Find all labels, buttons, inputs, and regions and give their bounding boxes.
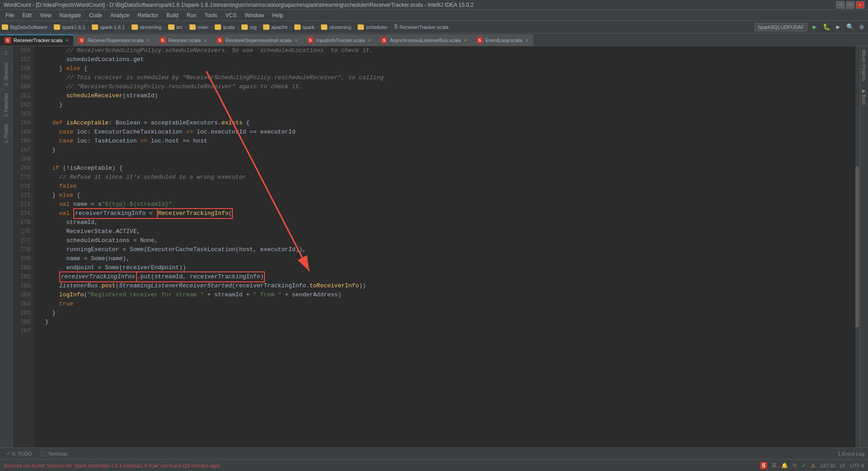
breadcrumb-scala[interactable]: scala <box>223 24 235 30</box>
tab-close-4[interactable]: ✕ <box>294 38 298 43</box>
menu-bar: File Edit View Navigate Code Analyze Ref… <box>0 10 868 21</box>
code-line-273: val name = s"${typ}-${streamId}" <box>38 200 855 209</box>
breadcrumb-org[interactable]: org <box>250 24 257 30</box>
toolbar-search[interactable]: 🔍 <box>845 23 854 32</box>
tab-receiver-tracker[interactable]: S ReceiverTracker.scala ✕ <box>0 34 74 46</box>
code-line-278: runningExecutor = Some(ExecutorCacheTask… <box>38 245 855 254</box>
tab-receiver[interactable]: S Receiver.scala ✕ <box>155 34 212 46</box>
code-line-267: } <box>38 146 855 155</box>
breadcrumb-scheduler[interactable]: scheduler <box>366 24 387 30</box>
coverage-button[interactable]: ▶ <box>834 23 843 32</box>
event-log-tab[interactable]: 1 Event Log <box>838 451 864 457</box>
sidebar-icon-1[interactable]: 1 <box>1 48 11 58</box>
menu-build[interactable]: Build <box>163 11 182 19</box>
menu-vcs[interactable]: VCS <box>222 11 241 19</box>
folder-icon-5 <box>168 24 175 30</box>
code-line-281: receiverTrackingInfos.put(streamId, rece… <box>38 272 855 281</box>
menu-window[interactable]: Window <box>241 11 268 19</box>
breadcrumb-spark[interactable]: spark <box>302 24 315 30</box>
line-num-276: 276 <box>14 227 30 236</box>
breadcrumb-main[interactable]: main <box>198 24 208 30</box>
code-line-266: case loc: TaskLocation => loc.host == ho… <box>38 137 855 146</box>
tab-input-info-tracker[interactable]: S InputInfoTracker.scala ✕ <box>303 34 377 46</box>
minimize-button[interactable]: ─ <box>836 1 844 9</box>
scala-icon-tab1: S <box>5 37 11 43</box>
line-num-273: 273 <box>14 200 30 209</box>
toolbar-settings[interactable]: ⚙ <box>857 23 866 32</box>
code-content[interactable]: // ReceiverSchedulingPolicy.scheduleRece… <box>34 46 855 447</box>
breadcrumb-bigdata[interactable]: BigDataSoftware <box>10 24 47 30</box>
line-num-257: 257 <box>14 55 30 64</box>
tab-close-1[interactable]: ✕ <box>65 38 69 43</box>
folder-icon-6 <box>189 24 196 30</box>
tabs-bar: S ReceiverTracker.scala ✕ S ReceiverSupe… <box>0 33 868 46</box>
breadcrumb-spark-161[interactable]: spark-1.6.1 <box>100 24 125 30</box>
code-line-283: logInfo("Registered receiver for stream … <box>38 290 855 300</box>
menu-tools[interactable]: Tools <box>201 11 221 19</box>
build-panel[interactable]: ▶ Build <box>860 85 868 108</box>
status-icon-lang: 英 <box>772 462 777 469</box>
terminal-label: Terminal <box>48 451 67 457</box>
tab-receiver-supervisor[interactable]: S ReceiverSupervisor.scala ✕ <box>74 34 155 46</box>
window-title: WordCount - [D:\IdeaProjects\WordCount] … <box>4 2 474 8</box>
line-num-281: 281 <box>14 272 30 281</box>
menu-run[interactable]: Run <box>183 11 200 19</box>
line-num-283: 283 <box>14 290 30 300</box>
menu-edit[interactable]: Edit <box>19 11 35 19</box>
line-num-260: 260 <box>14 82 30 91</box>
code-line-256: // ReceiverSchedulingPolicy.scheduleRece… <box>38 46 855 55</box>
status-message: Sources not found: Sources for 'spark-as… <box>4 463 756 468</box>
folder-icon-4 <box>132 24 138 30</box>
sidebar-tab-project[interactable]: 1: Project <box>3 121 9 146</box>
scala-icon-tab7: S <box>476 37 483 43</box>
status-icon-check: ✓ <box>802 462 806 469</box>
folder-icon-11 <box>321 24 327 30</box>
terminal-tab[interactable]: ⬛ Terminal <box>38 450 70 457</box>
tab-event-loop[interactable]: S EventLoop.scala ✕ <box>472 34 533 46</box>
sidebar-tab-favorites[interactable]: 2: Favorites <box>3 90 9 119</box>
breadcrumb-spark161[interactable]: spark1.6.1 <box>62 24 85 30</box>
scroll-indicator[interactable] <box>855 46 860 447</box>
menu-file[interactable]: File <box>2 11 18 19</box>
maven-projects-panel[interactable]: Maven Projects <box>860 46 868 85</box>
menu-navigate[interactable]: Navigate <box>56 11 85 19</box>
close-button[interactable]: ✕ <box>856 1 864 9</box>
code-line-264: def isAcceptable: Boolean = acceptableEx… <box>38 119 855 128</box>
bottom-toolbar: ✓ 6: TODO ⬛ Terminal 1 Event Log <box>0 447 868 459</box>
breadcrumb-streaming[interactable]: streaming <box>140 24 161 30</box>
tab-receiver-supervisor-impl[interactable]: S ReceiverSupervisorImpl.scala ✕ <box>212 34 303 46</box>
code-line-271: false <box>38 182 855 191</box>
scroll-thumb[interactable] <box>855 167 859 327</box>
sidebar-tab-structure[interactable]: 2: Structure <box>3 60 9 89</box>
breadcrumb-src[interactable]: src <box>176 24 183 30</box>
folder-icon-7 <box>215 24 221 30</box>
tab-close-6[interactable]: ✕ <box>463 38 467 43</box>
breadcrumb-streaming2[interactable]: streaming <box>329 24 351 30</box>
tab-async-listener[interactable]: S AsynchronousListenerBus.scala ✕ <box>376 34 472 46</box>
tab-close-2[interactable]: ✕ <box>146 38 150 43</box>
todo-tab[interactable]: ✓ 6: TODO <box>4 450 35 457</box>
line-num-278: 278 <box>14 245 30 254</box>
menu-code[interactable]: Code <box>85 11 106 19</box>
menu-refactor[interactable]: Refactor <box>134 11 162 19</box>
scala-icon-tab4: S <box>217 37 223 43</box>
scala-icon-tab5: S <box>307 37 314 43</box>
breadcrumb-file[interactable]: ReceiverTracker.scala <box>399 24 448 30</box>
line-num-269: 269 <box>14 164 30 173</box>
tab-close-3[interactable]: ✕ <box>203 38 207 43</box>
run-button[interactable]: ▶ <box>810 23 819 32</box>
tab-close-7[interactable]: ✕ <box>525 38 528 43</box>
tab-close-5[interactable]: ✕ <box>368 38 371 43</box>
line-num-275: 275 <box>14 218 30 227</box>
maximize-button[interactable]: □ <box>846 1 854 9</box>
line-num-280: 280 <box>14 263 30 272</box>
breadcrumb-apache[interactable]: apache <box>271 24 288 30</box>
debug-button[interactable]: 🐛 <box>822 23 831 32</box>
code-line-257: scheduledLocations.get <box>38 55 855 64</box>
menu-analyze[interactable]: Analyze <box>107 11 133 19</box>
window-controls: ─ □ ✕ <box>836 1 864 9</box>
menu-help[interactable]: Help <box>269 11 287 19</box>
run-config-label[interactable]: SparkSQLUDFUDAF <box>755 23 807 31</box>
folder-icon-9 <box>263 24 269 30</box>
menu-view[interactable]: View <box>36 11 55 19</box>
